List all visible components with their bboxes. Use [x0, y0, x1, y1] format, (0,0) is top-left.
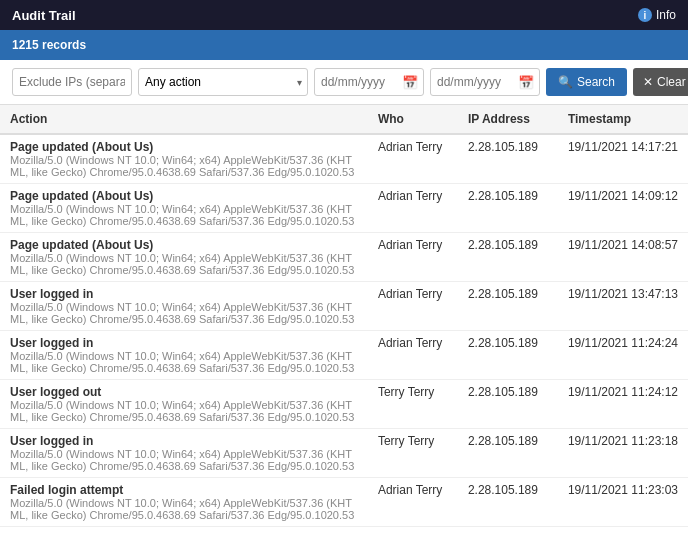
cell-who: Terry Terry [368, 380, 458, 429]
search-button[interactable]: 🔍 Search [546, 68, 627, 96]
cell-timestamp: 19/11/2021 13:47:13 [558, 282, 688, 331]
col-header-ip: IP Address [458, 105, 558, 134]
action-main-text: User logged in [10, 336, 358, 350]
table-row: User logged out Mozilla/5.0 (Windows NT … [0, 380, 688, 429]
action-sub-text: Mozilla/5.0 (Windows NT 10.0; Win64; x64… [10, 350, 358, 374]
cell-action: Page updated (About Us) Mozilla/5.0 (Win… [0, 184, 368, 233]
action-select[interactable]: Any action Page updated User logged in U… [138, 68, 308, 96]
page-title: Audit Trail [12, 8, 76, 23]
table-row: Page updated (About Us) Mozilla/5.0 (Win… [0, 184, 688, 233]
clear-label: Clear [657, 75, 686, 89]
action-main-text: User logged in [10, 287, 358, 301]
table-row: User logged in Mozilla/5.0 (Windows NT 1… [0, 282, 688, 331]
clear-x-icon: ✕ [643, 75, 653, 89]
action-sub-text: Mozilla/5.0 (Windows NT 10.0; Win64; x64… [10, 203, 358, 227]
cell-timestamp: 19/11/2021 14:09:12 [558, 184, 688, 233]
cell-action: User logged in Mozilla/5.0 (Windows NT 1… [0, 429, 368, 478]
cell-timestamp: 19/11/2021 11:24:12 [558, 380, 688, 429]
cell-ip: 2.28.105.189 [458, 282, 558, 331]
cell-action: Page updated (About Us) Mozilla/5.0 (Win… [0, 134, 368, 184]
cell-who: Adrian Terry [368, 331, 458, 380]
audit-table-container: Action Who IP Address Timestamp Page upd… [0, 105, 688, 532]
ip-filter-input[interactable] [12, 68, 132, 96]
cell-action: Failed login attempt Mozilla/5.0 (Window… [0, 478, 368, 527]
cell-who: Adrian Terry [368, 282, 458, 331]
table-row: User logged in Mozilla/5.0 (Windows NT 1… [0, 429, 688, 478]
cell-ip: 2.28.105.189 [458, 184, 558, 233]
cell-ip: 2.28.105.189 [458, 233, 558, 282]
cell-timestamp: 19/11/2021 14:17:21 [558, 134, 688, 184]
cell-ip: 2.28.105.189 [458, 380, 558, 429]
cell-who: Terry Terry [368, 429, 458, 478]
filters-row: Any action Page updated User logged in U… [0, 60, 688, 105]
col-header-who: Who [368, 105, 458, 134]
cell-action: User logged out Mozilla/5.0 (Windows NT … [0, 380, 368, 429]
table-row: Page updated (About Us) Mozilla/5.0 (Win… [0, 233, 688, 282]
cell-action: User logged in Mozilla/5.0 (Windows NT 1… [0, 331, 368, 380]
cell-ip: 2.28.105.189 [458, 527, 558, 533]
table-row: Failed login attempt Mozilla/5.0 (Window… [0, 527, 688, 533]
table-row: Page updated (About Us) Mozilla/5.0 (Win… [0, 134, 688, 184]
clear-button[interactable]: ✕ Clear [633, 68, 688, 96]
col-header-timestamp: Timestamp [558, 105, 688, 134]
cell-who: Adrian Terry [368, 184, 458, 233]
search-label: Search [577, 75, 615, 89]
records-count: 1215 records [12, 38, 86, 52]
action-main-text: Page updated (About Us) [10, 238, 358, 252]
action-sub-text: Mozilla/5.0 (Windows NT 10.0; Win64; x64… [10, 497, 358, 521]
cell-who: Adrian Terry [368, 134, 458, 184]
cell-timestamp: 19/11/2021 11:22:58 [558, 527, 688, 533]
date-to-input[interactable] [430, 68, 540, 96]
cell-ip: 2.28.105.189 [458, 134, 558, 184]
records-bar: 1215 records [0, 30, 688, 60]
action-main-text: User logged in [10, 434, 358, 448]
action-main-text: User logged out [10, 385, 358, 399]
audit-table: Action Who IP Address Timestamp Page upd… [0, 105, 688, 532]
col-header-action: Action [0, 105, 368, 134]
info-label: Info [656, 8, 676, 22]
cell-action: Failed login attempt Mozilla/5.0 (Window… [0, 527, 368, 533]
action-sub-text: Mozilla/5.0 (Windows NT 10.0; Win64; x64… [10, 154, 358, 178]
table-row: User logged in Mozilla/5.0 (Windows NT 1… [0, 331, 688, 380]
table-row: Failed login attempt Mozilla/5.0 (Window… [0, 478, 688, 527]
action-sub-text: Mozilla/5.0 (Windows NT 10.0; Win64; x64… [10, 399, 358, 423]
cell-timestamp: 19/11/2021 11:24:24 [558, 331, 688, 380]
table-header-row: Action Who IP Address Timestamp [0, 105, 688, 134]
action-main-text: Page updated (About Us) [10, 189, 358, 203]
cell-timestamp: 19/11/2021 14:08:57 [558, 233, 688, 282]
action-sub-text: Mozilla/5.0 (Windows NT 10.0; Win64; x64… [10, 252, 358, 276]
info-button[interactable]: i Info [638, 8, 676, 22]
cell-timestamp: 19/11/2021 11:23:03 [558, 478, 688, 527]
date-to-wrap: 📅 [430, 68, 540, 96]
header: Audit Trail i Info [0, 0, 688, 30]
cell-action: User logged in Mozilla/5.0 (Windows NT 1… [0, 282, 368, 331]
date-from-input[interactable] [314, 68, 424, 96]
cell-who: Adrian Terry [368, 233, 458, 282]
action-sub-text: Mozilla/5.0 (Windows NT 10.0; Win64; x64… [10, 448, 358, 472]
info-icon: i [638, 8, 652, 22]
date-from-wrap: 📅 [314, 68, 424, 96]
cell-who: Adrian Terry [368, 478, 458, 527]
action-main-text: Page updated (About Us) [10, 140, 358, 154]
action-main-text: Failed login attempt [10, 483, 358, 497]
action-select-wrap: Any action Page updated User logged in U… [138, 68, 308, 96]
cell-action: Page updated (About Us) Mozilla/5.0 (Win… [0, 233, 368, 282]
cell-ip: 2.28.105.189 [458, 429, 558, 478]
cell-ip: 2.28.105.189 [458, 478, 558, 527]
cell-ip: 2.28.105.189 [458, 331, 558, 380]
action-sub-text: Mozilla/5.0 (Windows NT 10.0; Win64; x64… [10, 301, 358, 325]
search-icon: 🔍 [558, 75, 573, 89]
cell-who: Adrian Terry [368, 527, 458, 533]
cell-timestamp: 19/11/2021 11:23:18 [558, 429, 688, 478]
